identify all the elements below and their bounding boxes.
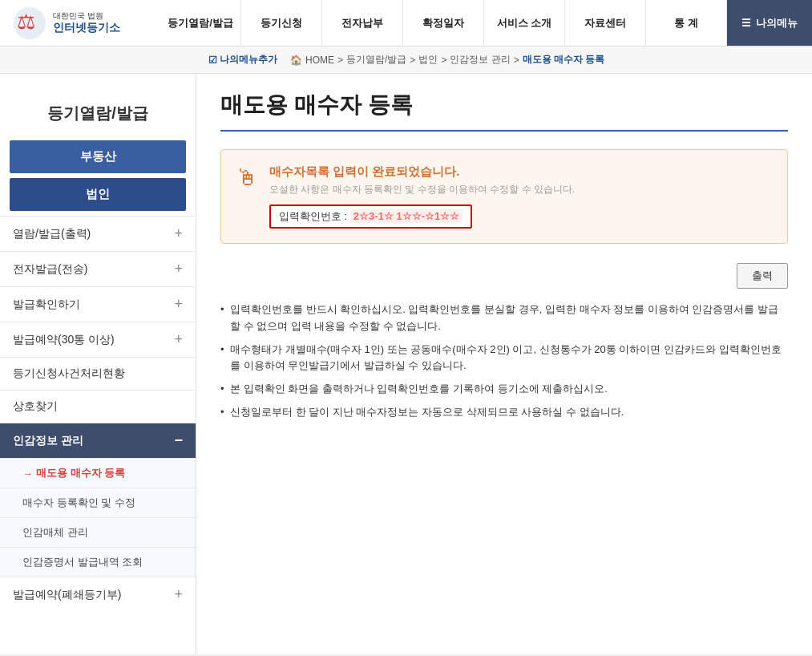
sidebar: 등기열람/발급 부동산 법인 열람/발급(출력) + 전자발급(전송) + 발급… bbox=[0, 74, 196, 654]
sidebar-item-상호찾기[interactable]: 상호찾기 bbox=[0, 390, 196, 423]
nav-item-payment[interactable]: 전자납부 bbox=[322, 0, 403, 46]
notice-item-0: 입력확인번호를 반드시 확인하십시오. 입력확인번호를 분실할 경우, 입력한 … bbox=[220, 298, 788, 338]
notice-item-1: 매수형태가 개별매수(매수자 1인) 또는 공동매수(매수자 2인) 이고, 신… bbox=[220, 338, 788, 379]
confirm-number-value: 2☆3-1☆ 1☆☆-☆1☆☆ bbox=[350, 209, 463, 223]
success-box: 🖱 매수자목록 입력이 완료되었습니다. 오설한 사항은 매수자 등록확인 및 … bbox=[220, 149, 788, 244]
sidebar-title: 등기열람/발급 bbox=[0, 90, 196, 140]
nav-bar: 등기열람/발급 등기신청 전자납부 확정일자 서비스 소개 자료센터 통 계 ☰… bbox=[160, 0, 812, 46]
logo-text-bottom: 인터넷등기소 bbox=[53, 21, 120, 34]
sidebar-sub-매수자등록확인[interactable]: 매수자 등록확인 및 수정 bbox=[0, 488, 196, 517]
confirm-number-label: 입력확인번호 : bbox=[279, 210, 347, 222]
sidebar-item-발급예약[interactable]: 발급예약(30통 이상) + bbox=[0, 322, 196, 357]
plus-icon-footer: + bbox=[174, 586, 183, 603]
plus-icon-3: + bbox=[174, 331, 183, 348]
notice-list: 입력확인번호를 반드시 확인하십시오. 입력확인번호를 분실할 경우, 입력한 … bbox=[220, 298, 788, 424]
nav-item-date[interactable]: 확정일자 bbox=[403, 0, 484, 46]
nav-item-data[interactable]: 자료센터 bbox=[565, 0, 646, 46]
plus-icon-1: + bbox=[174, 261, 183, 277]
breadcrumb-path1[interactable]: 등기열람/발급 bbox=[346, 53, 406, 67]
sidebar-sub-인감증명서발급내역[interactable]: 인감증명서 발급내역 조회 bbox=[0, 547, 196, 577]
print-btn-row: 출력 bbox=[220, 263, 788, 289]
breadcrumb-path3[interactable]: 인감정보 관리 bbox=[450, 53, 510, 67]
sidebar-sub-인감매체관리[interactable]: 인감매체 관리 bbox=[0, 517, 196, 547]
sidebar-item-발급예약폐쇄[interactable]: 발급예약(폐쇄등기부) + bbox=[0, 577, 196, 612]
plus-icon-0: + bbox=[174, 225, 183, 242]
breadcrumb-path2[interactable]: 법인 bbox=[418, 53, 438, 67]
breadcrumb-current: 매도용 매수자 등록 bbox=[523, 53, 605, 67]
nav-item-stats[interactable]: 통 계 bbox=[646, 0, 727, 46]
sidebar-item-전자발급[interactable]: 전자발급(전송) + bbox=[0, 251, 196, 286]
my-menu-button[interactable]: ☰ 나의메뉴 bbox=[727, 0, 812, 46]
breadcrumb-home[interactable]: HOME bbox=[305, 55, 334, 66]
mymenu-add[interactable]: ☑ 나의메뉴추가 bbox=[208, 53, 277, 67]
hamburger-icon: ☰ bbox=[741, 17, 751, 29]
sidebar-btn-corporation[interactable]: 법인 bbox=[10, 178, 186, 211]
main-layout: 등기열람/발급 부동산 법인 열람/발급(출력) + 전자발급(전송) + 발급… bbox=[0, 74, 812, 654]
breadcrumb-bar: ☑ 나의메뉴추가 🏠 HOME > 등기열람/발급 > 법인 > 인감정보 관리… bbox=[0, 47, 812, 74]
notice-item-3: 신청일로부터 한 달이 지난 매수자정보는 자동으로 삭제되므로 사용하실 수 … bbox=[220, 401, 788, 424]
top-header: ⚖ 대한민국 법원 인터넷등기소 등기열람/발급 등기신청 전자납부 확정일자 … bbox=[0, 0, 812, 47]
arrow-icon: → bbox=[22, 468, 33, 480]
sidebar-sub-menu: → 매도용 매수자 등록 매수자 등록확인 및 수정 인감매체 관리 인감증명서… bbox=[0, 458, 196, 577]
logo-text-block: 대한민국 법원 인터넷등기소 bbox=[53, 11, 120, 34]
success-icon: 🖱 bbox=[236, 164, 258, 191]
notice-item-2: 본 입력확인 화면을 출력하거나 입력확인번호를 기록하여 등기소에 제출하십시… bbox=[220, 378, 788, 401]
page-title: 매도용 매수자 등록 bbox=[220, 90, 788, 132]
plus-icon-2: + bbox=[174, 296, 183, 313]
svg-text:⚖: ⚖ bbox=[17, 10, 35, 34]
logo-icon: ⚖ bbox=[13, 6, 46, 40]
content-area: 매도용 매수자 등록 🖱 매수자목록 입력이 완료되었습니다. 오설한 사항은 … bbox=[196, 74, 812, 654]
minus-icon: − bbox=[174, 432, 183, 449]
print-button[interactable]: 출력 bbox=[737, 263, 788, 289]
sidebar-section-인감정보관리[interactable]: 인감정보 관리 − bbox=[0, 423, 196, 458]
sidebar-item-열람발급[interactable]: 열람/발급(출력) + bbox=[0, 216, 196, 251]
home-icon: 🏠 bbox=[290, 55, 302, 66]
sidebar-btn-property[interactable]: 부동산 bbox=[10, 140, 186, 173]
success-title: 매수자목록 입력이 완료되었습니다. bbox=[269, 164, 771, 180]
nav-item-application[interactable]: 등기신청 bbox=[241, 0, 322, 46]
logo-area: ⚖ 대한민국 법원 인터넷등기소 bbox=[0, 6, 160, 40]
logo-text-top: 대한민국 법원 bbox=[53, 11, 120, 21]
confirm-number-box: 입력확인번호 : 2☆3-1☆ 1☆☆-☆1☆☆ bbox=[269, 204, 472, 229]
success-sub: 오설한 사항은 매수자 등록확인 및 수정을 이용하여 수정할 수 있습니다. bbox=[269, 183, 771, 196]
nav-item-registry[interactable]: 등기열람/발급 bbox=[160, 0, 241, 46]
sidebar-item-등기신청[interactable]: 등기신청사건처리현황 bbox=[0, 357, 196, 390]
my-menu-label: 나의메뉴 bbox=[756, 16, 798, 30]
check-icon: ☑ bbox=[208, 55, 217, 66]
sidebar-item-발급확인[interactable]: 발급확인하기 + bbox=[0, 286, 196, 322]
nav-item-service[interactable]: 서비스 소개 bbox=[484, 0, 565, 46]
sidebar-sub-매도용매수자등록[interactable]: → 매도용 매수자 등록 bbox=[0, 458, 196, 488]
